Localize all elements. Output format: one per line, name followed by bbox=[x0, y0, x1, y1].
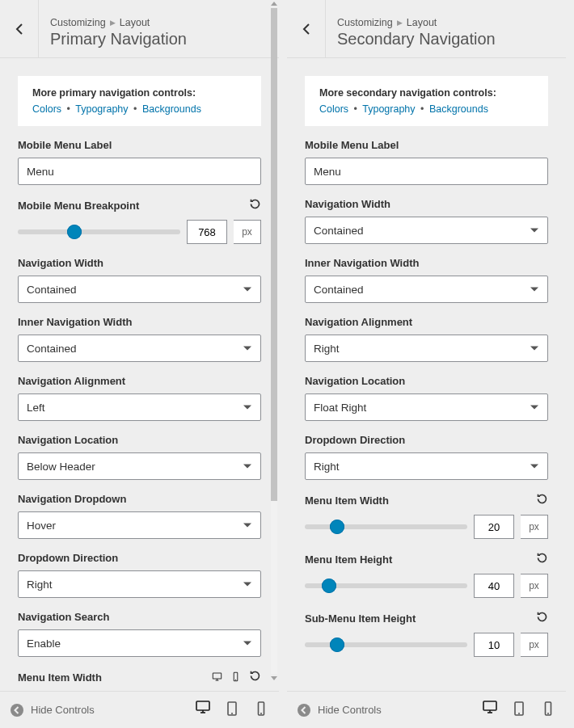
label: Menu Item Height bbox=[305, 553, 392, 566]
separator-icon: ▶ bbox=[110, 19, 116, 27]
preview-mobile-button[interactable] bbox=[540, 701, 556, 720]
header-text: Customizing ▶ Layout Primary Navigation bbox=[39, 0, 198, 57]
slider-thumb[interactable] bbox=[67, 225, 82, 239]
field-nav-location: Navigation Location Float Right bbox=[305, 375, 548, 421]
mobile-menu-label-input[interactable] bbox=[18, 158, 261, 185]
field-dropdown-direction: Dropdown Direction Right bbox=[18, 552, 261, 598]
unit-label: px bbox=[521, 515, 548, 539]
unit-label: px bbox=[234, 220, 261, 244]
menu-item-height-input[interactable] bbox=[474, 574, 514, 598]
field-mobile-menu-label: Mobile Menu Label bbox=[18, 139, 261, 185]
reset-icon bbox=[249, 670, 261, 682]
bullet-icon: • bbox=[354, 103, 357, 115]
device-desktop-button[interactable] bbox=[212, 671, 222, 685]
reset-button[interactable] bbox=[249, 670, 261, 685]
inner-nav-width-select[interactable]: Contained bbox=[305, 276, 548, 303]
notice-lead: More primary navigation controls: bbox=[32, 87, 196, 99]
link-colors[interactable]: Colors bbox=[32, 103, 61, 115]
customizer-panel-secondary: Customizing ▶ Layout Secondary Navigatio… bbox=[287, 0, 566, 728]
label: Inner Navigation Width bbox=[305, 257, 419, 269]
page-title: Primary Navigation bbox=[50, 30, 187, 48]
sub-menu-height-slider[interactable] bbox=[305, 642, 467, 647]
reset-button[interactable] bbox=[536, 552, 548, 567]
scroll-thumb[interactable] bbox=[271, 8, 277, 501]
dropdown-direction-select[interactable]: Right bbox=[18, 570, 261, 598]
panel-content: More secondary navigation controls: Colo… bbox=[287, 58, 566, 691]
field-navigation-width: Navigation Width Contained bbox=[305, 198, 548, 244]
preview-tablet-button[interactable] bbox=[224, 701, 240, 720]
bullet-icon: • bbox=[133, 103, 137, 115]
scroll-up-icon[interactable] bbox=[271, 2, 277, 6]
field-nav-alignment: Navigation Alignment Left bbox=[18, 375, 261, 421]
scrollbar[interactable] bbox=[271, 2, 277, 680]
navigation-width-select[interactable]: Contained bbox=[18, 276, 261, 303]
back-button[interactable] bbox=[0, 0, 39, 57]
sub-menu-height-input[interactable] bbox=[474, 633, 514, 657]
preview-desktop-button[interactable] bbox=[482, 699, 498, 721]
dropdown-direction-select[interactable]: Right bbox=[305, 452, 548, 480]
menu-item-width-slider[interactable] bbox=[305, 524, 467, 529]
panel-footer: Hide Controls bbox=[0, 691, 279, 728]
preview-tablet-button[interactable] bbox=[511, 701, 527, 720]
nav-location-select[interactable]: Below Header bbox=[18, 452, 261, 480]
hide-controls-label: Hide Controls bbox=[31, 704, 95, 716]
label: Mobile Menu Breakpoint bbox=[18, 200, 139, 212]
field-menu-item-width: Menu Item Width px bbox=[18, 670, 261, 691]
label: Navigation Location bbox=[18, 434, 118, 446]
reset-icon bbox=[249, 198, 261, 210]
slider-thumb[interactable] bbox=[322, 579, 336, 593]
label: Navigation Alignment bbox=[305, 316, 412, 328]
nav-alignment-select[interactable]: Right bbox=[305, 335, 548, 362]
breakpoint-value-input[interactable] bbox=[187, 220, 227, 244]
reset-button[interactable] bbox=[249, 198, 261, 213]
label: Sub-Menu Item Height bbox=[305, 612, 416, 625]
link-typography[interactable]: Typography bbox=[362, 103, 415, 115]
device-preview-group bbox=[482, 699, 556, 721]
desktop-icon bbox=[212, 671, 222, 682]
label: Navigation Dropdown bbox=[18, 493, 126, 505]
field-menu-item-height: Menu Item Height px bbox=[305, 552, 548, 598]
device-mobile-button[interactable] bbox=[230, 671, 241, 685]
scroll-track[interactable] bbox=[271, 8, 277, 674]
inner-nav-width-select[interactable]: Contained bbox=[18, 335, 261, 362]
menu-item-height-slider[interactable] bbox=[305, 583, 467, 588]
mobile-icon bbox=[230, 671, 241, 682]
field-sub-menu-height: Sub-Menu Item Height px bbox=[305, 611, 548, 657]
collapse-icon bbox=[10, 703, 24, 717]
mobile-icon bbox=[253, 701, 269, 717]
slider-thumb[interactable] bbox=[330, 520, 344, 534]
scroll-down-icon[interactable] bbox=[271, 676, 277, 680]
navigation-width-select[interactable]: Contained bbox=[305, 217, 548, 244]
link-backgrounds[interactable]: Backgrounds bbox=[142, 103, 201, 115]
reset-button[interactable] bbox=[536, 611, 548, 626]
nav-search-select[interactable]: Enable bbox=[18, 629, 261, 657]
mobile-menu-label-input[interactable] bbox=[305, 158, 548, 185]
tablet-icon bbox=[224, 701, 240, 717]
link-backgrounds[interactable]: Backgrounds bbox=[429, 103, 488, 115]
nav-alignment-select[interactable]: Left bbox=[18, 393, 261, 421]
device-preview-group bbox=[195, 699, 269, 721]
hide-controls-button[interactable]: Hide Controls bbox=[10, 703, 95, 717]
field-nav-alignment: Navigation Alignment Right bbox=[305, 316, 548, 362]
link-colors[interactable]: Colors bbox=[319, 103, 348, 115]
bullet-icon: • bbox=[420, 103, 424, 115]
field-inner-nav-width: Inner Navigation Width Contained bbox=[305, 257, 548, 303]
panel-content: More primary navigation controls: Colors… bbox=[0, 58, 279, 691]
nav-dropdown-select[interactable]: Hover bbox=[18, 511, 261, 539]
collapse-icon bbox=[297, 703, 311, 717]
customizer-panel-primary: Customizing ▶ Layout Primary Navigation … bbox=[0, 0, 279, 728]
field-mobile-breakpoint: Mobile Menu Breakpoint px bbox=[18, 198, 261, 244]
preview-mobile-button[interactable] bbox=[253, 701, 269, 720]
reset-button[interactable] bbox=[536, 493, 548, 508]
breakpoint-slider[interactable] bbox=[18, 229, 180, 234]
back-button[interactable] bbox=[287, 0, 326, 57]
hide-controls-button[interactable]: Hide Controls bbox=[297, 703, 382, 717]
notice-lead: More secondary navigation controls: bbox=[319, 87, 496, 99]
nav-location-select[interactable]: Float Right bbox=[305, 393, 548, 421]
preview-desktop-button[interactable] bbox=[195, 699, 211, 721]
menu-item-width-input[interactable] bbox=[474, 515, 514, 539]
field-dropdown-direction: Dropdown Direction Right bbox=[305, 434, 548, 480]
panel-footer: Hide Controls bbox=[287, 691, 566, 728]
slider-thumb[interactable] bbox=[330, 638, 344, 652]
link-typography[interactable]: Typography bbox=[75, 103, 128, 115]
